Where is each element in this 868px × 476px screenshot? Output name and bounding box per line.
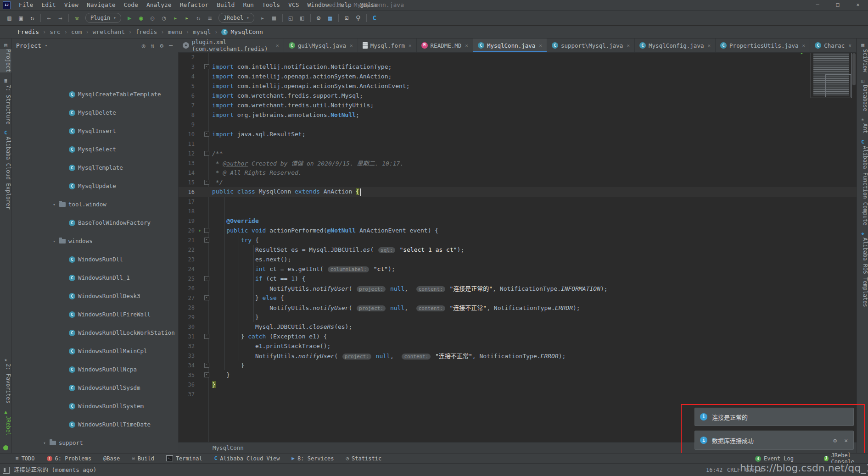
preview-icon[interactable]: ⊡ xyxy=(341,12,353,24)
breadcrumb-item-wretchant[interactable]: wretchant xyxy=(93,28,125,35)
tab-support-mysql-java[interactable]: Csupport\Mysql.java× xyxy=(547,39,635,52)
stripe-item-alibaba-cloud-explorer[interactable]: CAlibaba Cloud Explorer xyxy=(0,130,11,210)
coverage-icon[interactable]: ◎ xyxy=(147,12,158,24)
breadcrumb-item-com[interactable]: com xyxy=(71,28,82,35)
tree-item-mysqlselect[interactable]: CMysqlSelect xyxy=(11,145,178,154)
fold-marker-icon[interactable]: - xyxy=(204,64,209,69)
tab-mysqlconfig-java[interactable]: CMysqlConfig.java× xyxy=(635,39,716,52)
rerun-icon[interactable]: ↻ xyxy=(193,12,204,24)
close-icon[interactable]: × xyxy=(707,43,711,49)
tab-plugin-xml--com-wretchant-fredis-[interactable]: plugin.xml (com.wretchant.fredis)× xyxy=(178,39,284,52)
toolwindow-button-8--services[interactable]: ▶8: Services xyxy=(291,455,334,462)
tab-mysqlconn-java[interactable]: CMysqlConn.java× xyxy=(473,39,547,52)
locate-icon[interactable]: ◎ xyxy=(142,42,146,49)
fold-region[interactable]: - xyxy=(203,372,210,377)
toolwindow-button--base[interactable]: @Base xyxy=(103,455,120,462)
run-icon[interactable]: ▶ xyxy=(124,12,135,24)
breadcrumb-item-menu[interactable]: menu xyxy=(168,28,182,35)
menu-refactor[interactable]: Refactor xyxy=(176,0,213,10)
fold-marker-icon[interactable]: - xyxy=(204,276,209,281)
breadcrumb-item-mysql[interactable]: mysql xyxy=(193,28,211,35)
fold-marker-icon[interactable]: - xyxy=(204,334,209,339)
notification-balloon[interactable]: i连接是正常的 xyxy=(694,408,854,426)
code-editor[interactable]: ✔ 23-import com.intellij.notification.No… xyxy=(178,52,857,442)
save-all-icon[interactable]: ▣ xyxy=(15,12,27,24)
notification-settings-icon[interactable]: ⚙ xyxy=(833,437,837,444)
tree-item-windowsrundll-1[interactable]: CWindowsRunDll_1 xyxy=(11,273,178,282)
run-dashboard-icon[interactable]: ≡ xyxy=(204,12,216,24)
tree-item-support[interactable]: ▾support xyxy=(11,438,178,448)
fold-marker-icon[interactable]: - xyxy=(204,180,209,185)
run-config-select[interactable]: Plugin▾ xyxy=(85,13,121,23)
tree-item-windowsrundlldesk3[interactable]: CWindowsRunDllDesk3 xyxy=(11,292,178,301)
notification-balloon[interactable]: i数据库连接成功⚙✕ xyxy=(694,431,854,450)
jrebel-select[interactable]: JRebel▾ xyxy=(218,13,254,23)
project-structure-icon[interactable]: ▦ xyxy=(325,12,336,24)
fold-region[interactable]: - xyxy=(203,132,210,137)
menu-code[interactable]: Code xyxy=(120,0,142,10)
chevron-down-icon[interactable]: ▾ xyxy=(42,438,47,448)
tree-item-basetoolwindowfactory[interactable]: CBaseToolWindowFactory xyxy=(11,218,178,227)
menu-vcs[interactable]: VCS xyxy=(284,0,303,10)
tree-item-windowsrundllsystem[interactable]: CWindowsRunDllSystem xyxy=(11,402,178,411)
tree-item-windowsrundllncpa[interactable]: CWindowsRunDllNcpa xyxy=(11,365,178,374)
fold-region[interactable]: - xyxy=(203,64,210,69)
close-icon[interactable]: × xyxy=(350,43,353,49)
fold-region[interactable]: - xyxy=(203,295,210,300)
menu-navigate[interactable]: Navigate xyxy=(83,0,120,10)
tree-item-windowsrundllsysdm[interactable]: CWindowsRunDllSysdm xyxy=(11,383,178,393)
close-icon[interactable]: × xyxy=(276,43,279,49)
fold-marker-icon[interactable]: - xyxy=(204,295,209,300)
jrebel-run-icon[interactable]: ▸ xyxy=(170,12,181,24)
notification-close-icon[interactable]: ✕ xyxy=(844,437,848,444)
jrebel-leaf-icon[interactable] xyxy=(3,445,8,450)
fold-marker-icon[interactable]: - xyxy=(204,238,209,243)
tree-item-windowsrundllfirewall[interactable]: CWindowsRunDllFireWall xyxy=(11,310,178,319)
sync-icon[interactable]: ↻ xyxy=(27,12,38,24)
toolwindow-button-todo[interactable]: ≡TODO xyxy=(16,455,35,462)
chevron-down-icon[interactable]: ∨ xyxy=(848,43,851,49)
tree-item-mysqlcreatetabletemplate[interactable]: CMysqlCreateTableTemplate xyxy=(11,90,178,99)
tab-charac[interactable]: CCharac∨ xyxy=(810,39,857,52)
jrebel-debug-icon[interactable]: ▸ xyxy=(181,12,193,24)
close-icon[interactable]: × xyxy=(539,43,542,49)
close-icon[interactable]: × xyxy=(409,43,412,49)
package-icon[interactable]: ◧ xyxy=(297,12,308,24)
breadcrumb-item-mysqlconn[interactable]: MysqlConn xyxy=(230,28,263,35)
fold-region[interactable]: - xyxy=(203,334,210,339)
stripe-item-2--favorites[interactable]: ★2: Favorites xyxy=(0,357,11,404)
tree-item-windowsrundlllockworkstation[interactable]: CWindowsRunDllLockWorkStation xyxy=(11,328,178,338)
menu-file[interactable]: File xyxy=(15,0,37,10)
stripe-item-project[interactable]: ▤Project xyxy=(0,42,11,72)
tree-item-mysqlupdate[interactable]: CMysqlUpdate xyxy=(11,182,178,191)
breadcrumb-item-fredis[interactable]: Fredis xyxy=(17,28,39,35)
hide-panel-icon[interactable]: ─ xyxy=(169,42,173,49)
menu-tools[interactable]: Tools xyxy=(258,0,284,10)
stripe-item-ant[interactable]: ✳Ant xyxy=(857,116,868,133)
panel-settings-icon[interactable]: ⚙ xyxy=(160,42,163,49)
menu-edit[interactable]: Edit xyxy=(37,0,60,10)
breadcrumb-item-fredis[interactable]: fredis xyxy=(135,28,157,35)
close-icon[interactable]: × xyxy=(627,43,630,49)
stripe-item-jrebel[interactable]: ▲JRebel xyxy=(0,409,11,436)
fold-marker-icon[interactable]: - xyxy=(204,372,209,377)
toolwindow-button-alibaba-cloud-view[interactable]: CAlibaba Cloud View xyxy=(214,455,280,462)
toolwindow-button-6--problems[interactable]: !6: Problems xyxy=(47,455,91,462)
jrebel-launch-icon[interactable]: ▸ xyxy=(257,12,269,24)
profiler-icon[interactable]: ◔ xyxy=(158,12,170,24)
stripe-item-alibaba-ros-templates[interactable]: ❖Alibaba ROS Templates xyxy=(857,231,868,307)
fold-region[interactable]: - xyxy=(203,228,210,233)
tree-item-mysqltemplate[interactable]: CMysqlTemplate xyxy=(11,163,178,172)
stop-icon[interactable]: ■ xyxy=(269,12,280,24)
stripe-item-database[interactable]: ◫Database xyxy=(857,78,868,111)
stripe-item-7--structure[interactable]: ≣7: Structure xyxy=(0,78,11,125)
fold-marker-icon[interactable]: - xyxy=(204,363,209,368)
menu-view[interactable]: View xyxy=(60,0,83,10)
close-icon[interactable]: × xyxy=(802,43,806,49)
fold-marker-icon[interactable]: - xyxy=(204,228,209,233)
fold-region[interactable]: - xyxy=(203,363,210,368)
collapse-all-icon[interactable]: ⇅ xyxy=(151,42,155,49)
open-file-icon[interactable]: ▥ xyxy=(4,12,15,24)
tree-item-windowsrundll[interactable]: CWindowsRunDll xyxy=(11,255,178,264)
tab-gui-mysql-java[interactable]: Cgui\Mysql.java× xyxy=(284,39,358,52)
